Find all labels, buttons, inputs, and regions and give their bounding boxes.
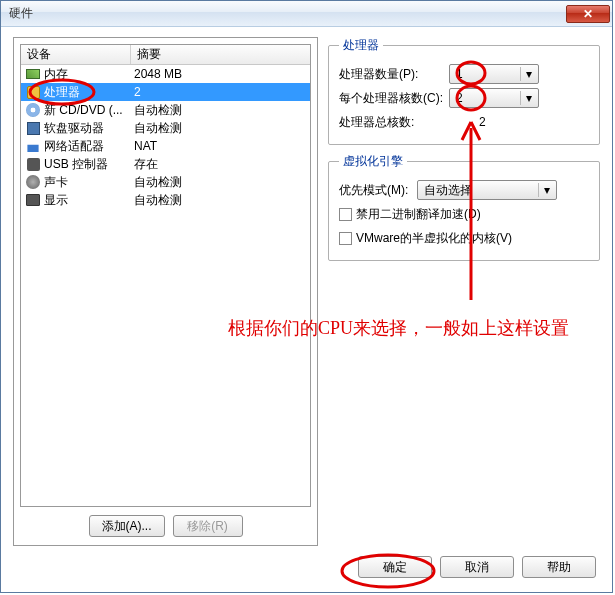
header-summary[interactable]: 摘要 [131, 45, 310, 64]
disable-binary-checkbox[interactable] [339, 208, 352, 221]
device-icon [25, 192, 41, 208]
device-name: 处理器 [44, 84, 132, 101]
right-panel: 处理器 处理器数量(P): 1 ▾ 每个处理器核数(C): 2 ▾ [328, 37, 600, 546]
proc-cores-value: 2 [456, 91, 463, 105]
device-row[interactable]: 声卡自动检测 [21, 173, 310, 191]
window-title: 硬件 [9, 5, 566, 22]
device-name: 新 CD/DVD (... [44, 102, 132, 119]
device-summary: NAT [132, 139, 310, 153]
left-panel: 设备 摘要 内存2048 MB处理器2新 CD/DVD (...自动检测软盘驱动… [13, 37, 318, 546]
ok-button[interactable]: 确定 [358, 556, 432, 578]
processor-legend: 处理器 [339, 37, 383, 54]
device-row[interactable]: 新 CD/DVD (...自动检测 [21, 101, 310, 119]
device-icon [25, 84, 41, 100]
device-summary: 2 [132, 85, 310, 99]
virt-mode-select[interactable]: 自动选择 ▾ [417, 180, 557, 200]
device-icon [25, 102, 41, 118]
close-button[interactable]: ✕ [566, 5, 610, 23]
device-summary: 自动检测 [132, 102, 310, 119]
bottom-buttons: 确定 取消 帮助 [13, 546, 600, 580]
chevron-down-icon: ▾ [520, 91, 536, 105]
device-row[interactable]: 显示自动检测 [21, 191, 310, 209]
hardware-dialog: 硬件 ✕ 设备 摘要 内存2048 MB处理器2新 CD/DVD (...自动检… [0, 0, 613, 593]
device-icon [25, 174, 41, 190]
device-row[interactable]: USB 控制器存在 [21, 155, 310, 173]
cancel-button[interactable]: 取消 [440, 556, 514, 578]
device-name: 软盘驱动器 [44, 120, 132, 137]
device-list[interactable]: 设备 摘要 内存2048 MB处理器2新 CD/DVD (...自动检测软盘驱动… [20, 44, 311, 507]
proc-count-label: 处理器数量(P): [339, 66, 449, 83]
remove-button[interactable]: 移除(R) [173, 515, 243, 537]
device-name: 内存 [44, 66, 132, 83]
vmware-kernel-label: VMware的半虚拟化的内核(V) [356, 230, 512, 247]
device-summary: 存在 [132, 156, 310, 173]
device-icon [25, 138, 41, 154]
device-name: 显示 [44, 192, 132, 209]
device-icon [25, 120, 41, 136]
add-button[interactable]: 添加(A)... [89, 515, 165, 537]
device-row[interactable]: 网络适配器NAT [21, 137, 310, 155]
list-header[interactable]: 设备 摘要 [21, 45, 310, 65]
header-device[interactable]: 设备 [21, 45, 131, 64]
disable-binary-label: 禁用二进制翻译加速(D) [356, 206, 481, 223]
proc-count-select[interactable]: 1 ▾ [449, 64, 539, 84]
close-icon: ✕ [583, 7, 593, 21]
help-button[interactable]: 帮助 [522, 556, 596, 578]
vmware-kernel-checkbox[interactable] [339, 232, 352, 245]
processor-group: 处理器 处理器数量(P): 1 ▾ 每个处理器核数(C): 2 ▾ [328, 37, 600, 145]
device-row[interactable]: 处理器2 [21, 83, 310, 101]
virt-mode-value: 自动选择 [424, 182, 472, 199]
chevron-down-icon: ▾ [520, 67, 536, 81]
proc-count-value: 1 [456, 67, 463, 81]
device-row[interactable]: 内存2048 MB [21, 65, 310, 83]
proc-cores-label: 每个处理器核数(C): [339, 90, 449, 107]
proc-cores-select[interactable]: 2 ▾ [449, 88, 539, 108]
device-icon [25, 156, 41, 172]
titlebar[interactable]: 硬件 ✕ [1, 1, 612, 27]
content-area: 设备 摘要 内存2048 MB处理器2新 CD/DVD (...自动检测软盘驱动… [1, 27, 612, 592]
device-summary: 自动检测 [132, 192, 310, 209]
device-summary: 2048 MB [132, 67, 310, 81]
virt-legend: 虚拟化引擎 [339, 153, 407, 170]
device-name: 声卡 [44, 174, 132, 191]
proc-total-label: 处理器总核数: [339, 114, 449, 131]
proc-total-value: 2 [449, 115, 589, 129]
device-summary: 自动检测 [132, 174, 310, 191]
device-icon [25, 66, 41, 82]
device-summary: 自动检测 [132, 120, 310, 137]
device-name: 网络适配器 [44, 138, 132, 155]
virtualization-group: 虚拟化引擎 优先模式(M): 自动选择 ▾ 禁用二进制翻译加速(D) [328, 153, 600, 261]
device-row[interactable]: 软盘驱动器自动检测 [21, 119, 310, 137]
chevron-down-icon: ▾ [538, 183, 554, 197]
device-name: USB 控制器 [44, 156, 132, 173]
virt-mode-label: 优先模式(M): [339, 182, 417, 199]
